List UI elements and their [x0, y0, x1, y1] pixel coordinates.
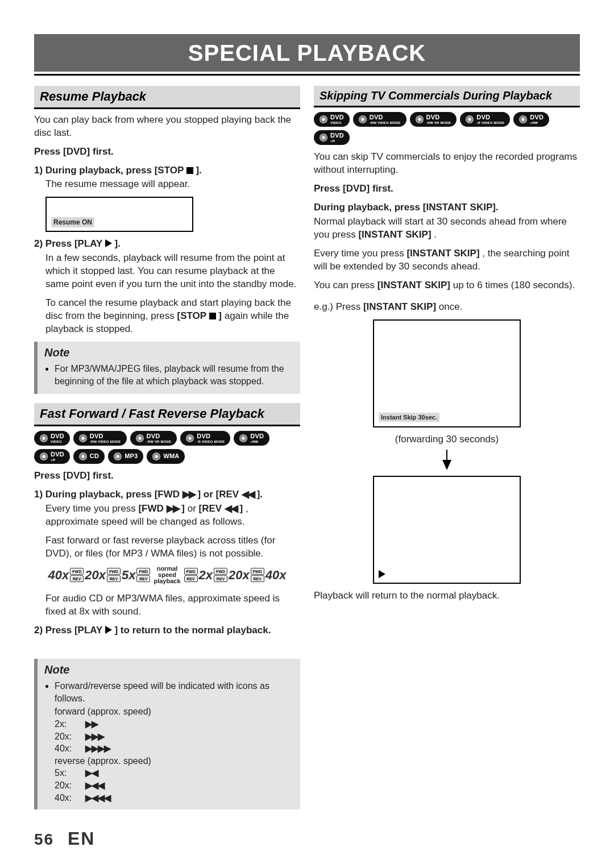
rev-label: reverse (approx. speed)	[55, 755, 293, 767]
skip-eg-btn: [INSTANT SKIP]	[363, 301, 436, 312]
disc-icon	[114, 452, 122, 460]
badge-bottom: VIDEO	[51, 440, 62, 443]
skip-para2: Every time you press [INSTANT SKIP] , th…	[314, 247, 580, 273]
skip-eg: e.g.) Press [INSTANT SKIP] once.	[314, 301, 580, 314]
speed-button-group: FWDREV	[214, 568, 227, 582]
stop-icon	[209, 313, 216, 319]
rev-key-icon: REV	[214, 575, 227, 582]
note-title: Note	[44, 345, 293, 360]
badge-bottom: +R	[330, 139, 335, 143]
speed-label: 5x:	[55, 767, 80, 779]
disc-badge: WMA	[147, 449, 185, 464]
badge-bottom: +R	[51, 458, 55, 462]
badge-top: DVD	[370, 114, 383, 121]
speed-button-group: FWDREV	[136, 568, 150, 582]
speed-icon: ▶◀◀◀	[85, 792, 110, 804]
badge-top: DVD	[90, 433, 103, 439]
page-footer: 56 EN	[34, 827, 95, 851]
fwd-key-icon: FWD	[251, 568, 264, 575]
disc-icon	[152, 452, 160, 460]
skip-step1-body-a: Normal playback will start at 30 seconds…	[314, 216, 567, 240]
tv-screen-after	[373, 476, 521, 584]
stop-icon	[186, 167, 193, 174]
disc-badge: DVD+R	[34, 449, 70, 464]
play-icon	[105, 626, 112, 634]
ff-step1-body-fwdtail: ]	[179, 503, 185, 514]
skip-heading: Skipping TV Commercials During Playback	[314, 86, 580, 107]
two-column-layout: Resume Playback You can play back from w…	[34, 86, 580, 819]
resume-step1-body: The resume message will appear.	[45, 178, 300, 191]
speed-icon-row: 20x:▶▶▶	[55, 730, 293, 743]
speed-icon-row: 20x:▶◀◀	[55, 779, 293, 792]
badge-top: DVD	[250, 433, 264, 439]
speed-value: 20x	[85, 567, 106, 584]
disc-icon	[320, 115, 327, 123]
skip-para2-btn: [INSTANT SKIP]	[406, 248, 479, 259]
badge-top: WMA	[163, 453, 179, 459]
resume-step1-tail: ].	[196, 165, 201, 176]
resume-press-first: Press [DVD] first.	[34, 146, 300, 159]
badge-bottom: -R VIDEO MODE	[476, 121, 504, 124]
ff-audio-note: For audio CD or MP3/WMA files, approxima…	[45, 592, 300, 618]
badge-top: DVD	[426, 114, 440, 121]
rev-icon: ◀◀	[225, 503, 237, 514]
skip-intro: You can skip TV commercials to enjoy the…	[314, 151, 580, 177]
speed-diagram: 40xFWDREV20xFWDREV5xFWDREVnormalspeedpla…	[34, 566, 300, 584]
disc-badge: DVD-R VIDEO MODE	[460, 112, 510, 127]
ff-step1-body-fwd: [FWD	[138, 503, 166, 514]
speed-label: 40x:	[55, 792, 80, 804]
disc-icon	[239, 434, 247, 442]
badge-top: DVD	[330, 132, 344, 139]
play-icon	[379, 570, 385, 578]
skip-press-first: Press [DVD] first.	[314, 182, 580, 196]
arrow-down-icon	[442, 460, 451, 470]
disc-icon	[79, 452, 87, 460]
ff-step1: 1) During playback, press [FWD ▶▶ ] or […	[34, 488, 300, 501]
disc-badge: DVD-R VIDEO MODE	[180, 431, 230, 446]
rev-key-icon: REV	[251, 575, 264, 582]
speed-button-group: FWDREV	[70, 568, 84, 582]
resume-heading: Resume Playback	[34, 86, 300, 109]
ff-step1-body-revtail: ]	[237, 503, 243, 514]
ff-note: Note Forward/reverse speed will be indic…	[34, 659, 300, 809]
badge-top: CD	[90, 453, 99, 459]
badge-bottom: +RW	[250, 440, 258, 443]
badge-top: DVD	[197, 433, 210, 439]
resume-step2-body: In a few seconds, playback will resume f…	[45, 252, 300, 291]
speed-icon: ▶◀	[85, 767, 98, 779]
disc-icon	[466, 115, 474, 123]
speed-value: 40x	[48, 567, 69, 584]
rev-key-icon: REV	[184, 575, 198, 582]
disc-badge: MP3	[108, 449, 143, 464]
play-icon	[105, 239, 112, 247]
skip-step1-body-b: .	[434, 229, 437, 240]
badge-bottom: -RW VIDEO MODE	[370, 121, 401, 124]
disc-badge: DVD+R	[314, 130, 350, 145]
badge-top: MP3	[125, 453, 138, 459]
disc-badge: CD	[73, 449, 105, 464]
disc-icon	[519, 115, 527, 123]
badge-top: DVD	[530, 114, 544, 121]
disc-icon	[320, 134, 327, 142]
resume-step1-lead: 1) During playback, press [STOP	[34, 165, 186, 176]
ff-step1-body: Every time you press [FWD ▶▶ ] or [REV ◀…	[45, 502, 300, 529]
fwd-key-icon: FWD	[70, 568, 84, 575]
ff-heading: Fast Forward / Fast Reverse Playback	[34, 403, 300, 426]
left-column: Resume Playback You can play back from w…	[34, 86, 300, 819]
disc-icon	[40, 434, 48, 442]
disc-icon	[79, 434, 87, 442]
page-number: 56	[34, 830, 54, 848]
ff-step1-note: Fast forward or fast reverse playback ac…	[45, 534, 300, 560]
resume-step2-stop-btn: [STOP	[177, 310, 209, 321]
fwd-icon: ▶▶	[167, 503, 179, 514]
disc-badge: DVD-RW VR MODE	[130, 431, 177, 446]
disc-icon	[40, 452, 48, 460]
badge-top: DVD	[51, 433, 64, 439]
skip-step1-body: Normal playback will start at 30 seconds…	[314, 215, 580, 242]
disc-badge: DVDVIDEO	[34, 431, 70, 446]
skip-caption: (forwarding 30 seconds)	[314, 433, 580, 446]
disc-badge: DVD-RW VIDEO MODE	[353, 112, 406, 127]
speed-icon-row: 2x:▶▶	[55, 718, 293, 730]
ff-step1-body-rev: [REV	[199, 503, 225, 514]
ff-step1-mid: ] or [REV	[197, 489, 241, 500]
